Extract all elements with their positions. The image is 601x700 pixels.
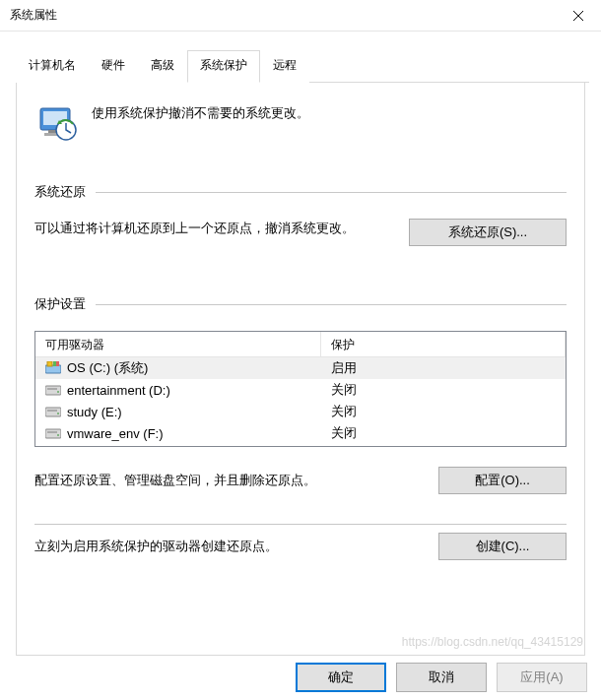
svg-rect-7: [47, 361, 52, 366]
configure-description: 配置还原设置、管理磁盘空间，并且删除还原点。: [34, 472, 423, 489]
create-button[interactable]: 创建(C)...: [438, 533, 567, 560]
titlebar: 系统属性: [0, 0, 601, 32]
svg-rect-16: [45, 429, 61, 438]
divider: [96, 192, 567, 193]
restore-description: 可以通过将计算机还原到上一个还原点，撤消系统更改。: [34, 219, 393, 239]
restore-row: 可以通过将计算机还原到上一个还原点，撤消系统更改。 系统还原(S)...: [34, 219, 567, 246]
drive-row[interactable]: entertainment (D:) 关闭: [35, 379, 566, 401]
drive-rows[interactable]: OS (C:) (系统) 启用 entertainment (D:) 关闭: [35, 357, 566, 447]
ok-button[interactable]: 确定: [296, 663, 386, 692]
create-description: 立刻为启用系统保护的驱动器创建还原点。: [34, 538, 423, 555]
svg-point-15: [57, 413, 59, 414]
svg-point-12: [57, 391, 59, 393]
svg-rect-13: [45, 408, 61, 416]
drive-name: OS (C:) (系统): [67, 359, 148, 377]
tab-remote[interactable]: 远程: [260, 50, 309, 83]
configure-button[interactable]: 配置(O)...: [438, 467, 567, 494]
svg-rect-8: [53, 361, 56, 366]
section-protection-title: 保护设置: [34, 295, 86, 313]
tab-panel-system-protection: 使用系统保护撤消不需要的系统更改。 系统还原 可以通过将计算机还原到上一个还原点…: [16, 83, 585, 656]
drive-row[interactable]: OS (C:) (系统) 启用: [35, 357, 566, 379]
watermark: https://blog.csdn.net/qq_43415129: [402, 635, 583, 649]
drive-list: 可用驱动器 保护 OS (C:) (系统) 启用 enter: [34, 331, 567, 447]
create-row: 立刻为启用系统保护的驱动器创建还原点。 创建(C)...: [34, 533, 567, 560]
divider: [34, 524, 567, 525]
os-drive-icon: [45, 361, 61, 375]
drive-name: vmware_env (F:): [67, 426, 164, 441]
divider: [96, 304, 567, 305]
svg-rect-9: [56, 361, 59, 366]
drive-list-header: 可用驱动器 保护: [35, 332, 566, 357]
dialog-footer: 确定 取消 应用(A): [296, 663, 587, 692]
tab-computer-name[interactable]: 计算机名: [16, 50, 89, 83]
configure-row: 配置还原设置、管理磁盘空间，并且删除还原点。 配置(O)...: [34, 467, 567, 494]
svg-rect-17: [47, 431, 57, 433]
section-restore-title: 系统还原: [34, 183, 86, 201]
drive-protection: 关闭: [321, 403, 566, 420]
hdd-icon: [45, 383, 61, 397]
window-title: 系统属性: [10, 7, 57, 24]
tab-hardware[interactable]: 硬件: [89, 50, 138, 83]
drive-name: entertainment (D:): [67, 383, 170, 398]
tab-area: 计算机名 硬件 高级 系统保护 远程 使用系统保护撤消不需要的系统更改。: [0, 32, 601, 656]
drive-protection: 关闭: [321, 381, 566, 399]
section-protection-header: 保护设置: [34, 295, 567, 313]
tab-system-protection[interactable]: 系统保护: [187, 50, 260, 83]
intro-row: 使用系统保护撤消不需要的系统更改。: [34, 100, 567, 144]
tabstrip: 计算机名 硬件 高级 系统保护 远程: [16, 49, 589, 83]
section-restore-header: 系统还原: [34, 183, 567, 201]
svg-rect-11: [47, 388, 57, 390]
close-icon: [572, 10, 584, 22]
cancel-button[interactable]: 取消: [396, 663, 487, 692]
column-header-protection[interactable]: 保护: [321, 332, 566, 356]
drive-name: study (E:): [67, 405, 122, 419]
highlight-annotation: [31, 566, 596, 578]
drive-protection: 启用: [321, 359, 566, 377]
hdd-icon: [45, 405, 61, 418]
drive-row[interactable]: study (E:) 关闭: [35, 401, 566, 422]
drive-row[interactable]: vmware_env (F:) 关闭: [35, 422, 566, 444]
tab-advanced[interactable]: 高级: [138, 50, 187, 83]
svg-point-18: [57, 434, 59, 436]
svg-rect-14: [47, 410, 57, 412]
intro-text: 使用系统保护撤消不需要的系统更改。: [92, 100, 309, 122]
drive-protection: 关闭: [321, 424, 566, 442]
apply-button: 应用(A): [497, 663, 587, 692]
system-restore-button[interactable]: 系统还原(S)...: [409, 219, 567, 246]
system-properties-window: 系统属性 计算机名 硬件 高级 系统保护 远程: [0, 0, 601, 700]
svg-rect-10: [45, 386, 61, 395]
system-protection-icon: [34, 100, 78, 144]
column-header-drive[interactable]: 可用驱动器: [35, 332, 321, 356]
close-button[interactable]: [556, 0, 601, 32]
hdd-icon: [45, 426, 61, 440]
